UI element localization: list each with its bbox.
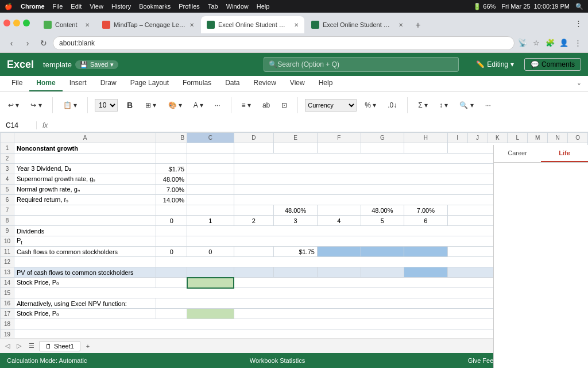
cell-h7[interactable]: 7.00%: [404, 205, 448, 216]
sheet-context-btn[interactable]: ☰: [26, 341, 37, 351]
cell-d1[interactable]: [234, 143, 274, 154]
cell-c4[interactable]: [187, 174, 234, 185]
ribbon-tab-file[interactable]: File: [5, 75, 29, 91]
bookmarks-menu[interactable]: Bookmarks: [139, 3, 171, 10]
cell-e7[interactable]: 48.00%: [274, 205, 318, 216]
cell-c1[interactable]: [187, 143, 234, 154]
cell-e1[interactable]: [274, 143, 318, 154]
address-bar[interactable]: about:blank: [53, 36, 514, 50]
cell-c13[interactable]: [187, 267, 234, 278]
sort-button[interactable]: ↕ ▾: [436, 100, 451, 110]
ribbon-tab-formulas[interactable]: Formulas: [176, 75, 218, 91]
cell-b8[interactable]: 0: [156, 216, 187, 226]
cell-e11[interactable]: $1.75: [274, 247, 318, 257]
comma-button[interactable]: .0↓: [384, 100, 400, 110]
edit-menu[interactable]: Edit: [71, 3, 82, 10]
percent-button[interactable]: % ▾: [361, 100, 380, 110]
cell-b17[interactable]: [156, 309, 187, 319]
window-controls[interactable]: [3, 20, 30, 26]
cell-a1[interactable]: Nonconstant growth: [14, 143, 156, 154]
forward-button[interactable]: ›: [21, 36, 34, 50]
merge-button[interactable]: ⊡: [278, 100, 291, 110]
cell-h13[interactable]: [404, 267, 448, 278]
cell-b7[interactable]: [156, 205, 187, 216]
ribbon-collapse-btn[interactable]: ˅: [575, 82, 583, 91]
cell-d8[interactable]: 2: [234, 216, 274, 226]
ribbon-tab-draw[interactable]: Draw: [94, 75, 123, 91]
cell-b5[interactable]: 7.00%: [156, 185, 187, 195]
tab-close-content[interactable]: ✕: [85, 22, 90, 28]
chrome-menu-icon[interactable]: ⋮: [572, 37, 583, 49]
back-button[interactable]: ‹: [5, 36, 18, 50]
cell-h1[interactable]: [404, 143, 448, 154]
cell-a6[interactable]: Required return, rₛ: [14, 195, 156, 205]
right-panel-tab-career[interactable]: Career: [494, 145, 541, 162]
tab-close-excel1[interactable]: ✕: [294, 22, 299, 28]
cell-b13[interactable]: [156, 267, 187, 278]
window-menu[interactable]: Window: [226, 3, 249, 10]
sum-button[interactable]: Σ ▾: [415, 100, 431, 110]
font-color-button[interactable]: A ▾: [190, 100, 207, 110]
tab-mindtap[interactable]: MindTap – Cengage Learni... ✕: [96, 16, 200, 33]
apple-menu[interactable]: 🍎: [5, 3, 13, 10]
ribbon-tab-data[interactable]: Data: [218, 75, 246, 91]
cell-a4[interactable]: Supernormal growth rate, gₛ: [14, 174, 156, 185]
cell-a7[interactable]: [14, 205, 156, 216]
cell-b1[interactable]: [156, 143, 187, 154]
tab-close-mindtap[interactable]: ✕: [189, 22, 194, 28]
ribbon-tab-review[interactable]: Review: [246, 75, 283, 91]
sheet-prev-btn[interactable]: ◁: [2, 341, 13, 351]
cell-c2[interactable]: [187, 154, 234, 164]
cell-g13[interactable]: [361, 267, 404, 278]
cell-b14[interactable]: [156, 278, 187, 288]
tab-content[interactable]: Content ✕: [38, 16, 95, 33]
number-format-select[interactable]: CurrencyGeneralNumberPercentage: [305, 99, 357, 112]
cell-a8[interactable]: [14, 216, 156, 226]
cell-a14[interactable]: Stock Price, P₀: [14, 278, 156, 288]
align-button[interactable]: ≡ ▾: [238, 100, 254, 110]
file-menu[interactable]: File: [53, 3, 63, 10]
cell-b2[interactable]: [156, 154, 187, 164]
new-tab-button[interactable]: +: [410, 17, 426, 33]
comments-button[interactable]: 💬 Comments: [524, 58, 581, 71]
ribbon-tab-help[interactable]: Help: [312, 75, 340, 91]
ribbon-tab-insert[interactable]: Insert: [63, 75, 94, 91]
cell-c6[interactable]: [187, 195, 234, 205]
excel-saved-badge[interactable]: 💾 Saved ▾: [75, 60, 118, 69]
ribbon-tab-view[interactable]: View: [283, 75, 312, 91]
right-panel-tab-life[interactable]: Life: [541, 145, 588, 162]
cell-a12[interactable]: [14, 257, 156, 267]
ribbon-tab-page-layout[interactable]: Page Layout: [123, 75, 176, 91]
cell-a9[interactable]: Dividends: [14, 226, 156, 236]
redo-button[interactable]: ↪ ▾: [27, 100, 45, 110]
cell-e8[interactable]: 3: [274, 216, 318, 226]
cell-a17[interactable]: Stock Price, P₀: [14, 309, 156, 319]
undo-button[interactable]: ↩ ▾: [5, 100, 22, 110]
cell-a16[interactable]: Alternatively, using Excel NPV function:: [14, 298, 156, 309]
editing-button[interactable]: ✏️ Editing ▾: [470, 59, 520, 70]
paste-button[interactable]: 📋 ▾: [60, 100, 80, 110]
cell-f7[interactable]: [317, 205, 361, 216]
cell-c8[interactable]: 1: [187, 216, 234, 226]
cell-f1[interactable]: [317, 143, 361, 154]
cell-g7[interactable]: 48.00%: [361, 205, 404, 216]
tab-excel-1[interactable]: Excel Online Student Work ✕: [201, 16, 304, 33]
close-window-btn[interactable]: [3, 20, 10, 26]
wrap-text-button[interactable]: ab: [259, 100, 273, 110]
cell-b3[interactable]: $1.75: [156, 164, 187, 174]
cell-g1[interactable]: [361, 143, 404, 154]
cell-f11[interactable]: [317, 247, 361, 257]
borders-button[interactable]: ⊞ ▾: [142, 100, 160, 110]
cell-d7[interactable]: [234, 205, 274, 216]
cell-f8[interactable]: 4: [317, 216, 361, 226]
search-icon[interactable]: 🔍: [575, 3, 583, 10]
excel-search-bar[interactable]: 🔍 Search (Option + Q): [264, 57, 459, 72]
cell-d11[interactable]: [234, 247, 274, 257]
cell-a5[interactable]: Normal growth rate, gₙ: [14, 185, 156, 195]
tab-close-excel2[interactable]: ✕: [399, 22, 403, 28]
cast-icon[interactable]: 📡: [517, 37, 528, 49]
cell-b10[interactable]: [156, 236, 187, 247]
chrome-window-controls[interactable]: ⋮: [572, 17, 585, 29]
workbook-statistics-btn[interactable]: Workbook Statistics: [250, 357, 305, 364]
cell-d13[interactable]: [234, 267, 274, 278]
